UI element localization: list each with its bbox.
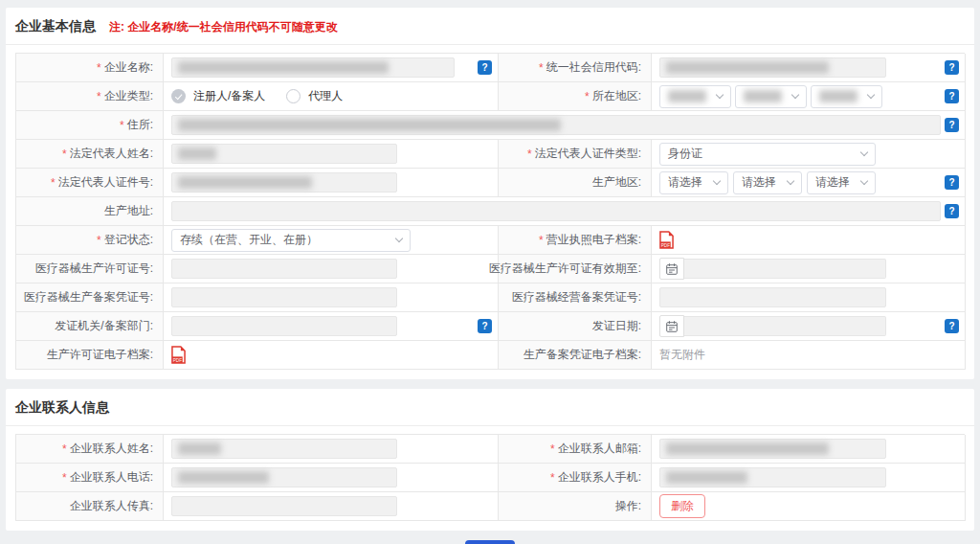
- contact-fax-cell: [164, 492, 499, 521]
- issuing-authority-help-icon[interactable]: ?: [478, 319, 492, 333]
- prod-license-pdf-icon[interactable]: PDF: [171, 346, 186, 364]
- business-filing-no-label: 医疗器械经营备案凭证号:: [499, 283, 652, 312]
- redacted-district: [819, 90, 858, 102]
- prod-license-valid-until-input[interactable]: [684, 259, 886, 279]
- chevron-down-icon: [787, 177, 794, 185]
- redacted-contact-name: [178, 442, 221, 455]
- production-region-cell: 请选择 请选择 请选择 ?: [652, 169, 966, 197]
- contact-email-cell: [652, 435, 966, 464]
- contact-info-title: 企业联系人信息: [15, 399, 109, 417]
- radio-agent-unchecked[interactable]: [286, 89, 301, 103]
- chevron-down-icon: [860, 177, 868, 185]
- legal-rep-name-input[interactable]: [171, 144, 397, 164]
- production-region-city-select[interactable]: 请选择: [733, 171, 802, 194]
- chevron-down-icon: [860, 148, 868, 156]
- legal-cert-type-label: * 法定代表人证件类型:: [499, 140, 652, 169]
- prod-filing-no-label: 医疗器械生产备案凭证号:: [16, 283, 164, 312]
- legal-cert-no-input[interactable]: [171, 172, 397, 193]
- chevron-down-icon: [716, 91, 724, 99]
- prod-license-no-input[interactable]: [171, 259, 397, 279]
- company-name-help-icon[interactable]: ?: [478, 60, 492, 75]
- contact-name-cell: [164, 435, 499, 464]
- legal-cert-type-select[interactable]: 身份证: [659, 143, 876, 166]
- operation-label: 操作:: [499, 492, 652, 521]
- production-address-input[interactable]: [171, 201, 941, 221]
- contact-phone-input[interactable]: [171, 467, 397, 487]
- radio-registrant-checked[interactable]: [171, 89, 186, 103]
- contact-email-label: * 企业联系人邮箱:: [499, 435, 652, 464]
- redacted-legal-cert-no: [178, 176, 312, 189]
- redacted-city: [744, 90, 782, 102]
- issue-date-label: 发证日期:: [499, 312, 652, 341]
- legal-cert-no-label: * 法定代表人证件号:: [16, 169, 164, 197]
- svg-text:PDF: PDF: [661, 243, 670, 248]
- basic-info-title: 企业基本信息: [15, 18, 96, 35]
- prod-license-valid-until-cell: [652, 255, 966, 283]
- redacted-contact-mobile: [666, 471, 747, 484]
- production-region-help-icon[interactable]: ?: [945, 175, 959, 190]
- company-type-label: * 企业类型:: [16, 82, 164, 111]
- contact-mobile-cell: [652, 464, 966, 492]
- legal-cert-no-cell: [164, 169, 499, 197]
- calendar-icon[interactable]: [659, 315, 684, 337]
- prod-license-file-cell: PDF: [164, 341, 499, 370]
- prod-filing-no-input[interactable]: [171, 287, 397, 307]
- issue-date-input[interactable]: [684, 316, 886, 336]
- contact-fax-label: 企业联系人传真:: [16, 492, 164, 521]
- company-type-cell: 注册人/备案人 代理人: [164, 82, 499, 111]
- legal-cert-type-cell: 身份证: [652, 140, 966, 169]
- basic-info-table: * 企业名称: ? * 统一社会信用代码: ?: [15, 53, 965, 370]
- region-cell: ?: [652, 82, 966, 111]
- contact-mobile-label: * 企业联系人手机:: [499, 464, 652, 492]
- issue-date-datepicker: [659, 315, 886, 337]
- radio-registrant-label[interactable]: 注册人/备案人: [193, 88, 265, 104]
- business-filing-no-input[interactable]: [659, 287, 886, 307]
- region-district-select[interactable]: [811, 85, 882, 108]
- contact-email-input[interactable]: [659, 439, 886, 459]
- contact-info-table: * 企业联系人姓名: * 企业联系人邮箱:: [15, 434, 965, 521]
- credit-code-input[interactable]: [659, 57, 886, 78]
- calendar-icon[interactable]: [659, 258, 684, 280]
- contact-info-card: 企业联系人信息 * 企业联系人姓名: * 企业联系人邮箱:: [6, 389, 974, 531]
- prod-license-valid-until-datepicker: [659, 258, 886, 280]
- prod-filing-file-label: 生产备案凭证电子档案:: [499, 341, 652, 370]
- contact-info-table-wrap: * 企业联系人姓名: * 企业联系人邮箱:: [6, 426, 974, 531]
- company-name-cell: ?: [164, 54, 499, 82]
- region-help-icon[interactable]: ?: [945, 89, 959, 103]
- address-input[interactable]: [171, 115, 941, 135]
- operation-cell: 删除: [652, 492, 966, 521]
- delete-button[interactable]: 删除: [659, 494, 705, 518]
- issuing-authority-input[interactable]: [171, 316, 397, 336]
- registration-status-cell: 存续（在营、开业、在册）: [164, 226, 499, 255]
- production-region-district-select[interactable]: 请选择: [807, 171, 876, 194]
- registration-status-select[interactable]: 存续（在营、开业、在册）: [171, 229, 411, 252]
- contact-mobile-input[interactable]: [659, 467, 886, 487]
- issuing-authority-cell: ?: [164, 312, 499, 341]
- prod-license-file-label: 生产许可证电子档案:: [16, 341, 164, 370]
- prod-license-no-label: 医疗器械生产许可证号:: [16, 255, 164, 283]
- region-city-select[interactable]: [735, 85, 807, 108]
- credit-code-help-icon[interactable]: ?: [945, 60, 959, 75]
- redacted-province: [668, 90, 706, 102]
- address-help-icon[interactable]: ?: [945, 118, 959, 132]
- contact-fax-input[interactable]: [171, 496, 397, 516]
- legal-rep-name-label: * 法定代表人姓名:: [16, 140, 164, 169]
- company-name-label: * 企业名称:: [16, 54, 164, 82]
- business-license-pdf-icon[interactable]: PDF: [659, 231, 674, 249]
- production-address-help-icon[interactable]: ?: [945, 204, 959, 218]
- contact-name-input[interactable]: [171, 439, 397, 459]
- registration-status-label: * 登记状态:: [16, 226, 164, 255]
- company-name-input[interactable]: [171, 57, 455, 78]
- production-address-label: 生产地址:: [16, 197, 164, 226]
- radio-agent-label[interactable]: 代理人: [308, 88, 343, 104]
- basic-info-card: 企业基本信息 注: 企业名称/统一社会信用代码不可随意更改 * 企业名称: ? …: [6, 8, 974, 379]
- prod-filing-no-cell: [164, 283, 499, 312]
- modify-button[interactable]: 修改: [465, 540, 515, 544]
- region-province-select[interactable]: [659, 85, 731, 108]
- prod-filing-file-cell: 暂无附件: [652, 341, 966, 370]
- production-region-province-select[interactable]: 请选择: [659, 171, 728, 194]
- issue-date-help-icon[interactable]: ?: [945, 319, 959, 333]
- business-license-file-cell: PDF: [652, 226, 966, 255]
- redacted-legal-rep-name: [178, 147, 216, 160]
- region-label: * 所在地区:: [499, 82, 652, 111]
